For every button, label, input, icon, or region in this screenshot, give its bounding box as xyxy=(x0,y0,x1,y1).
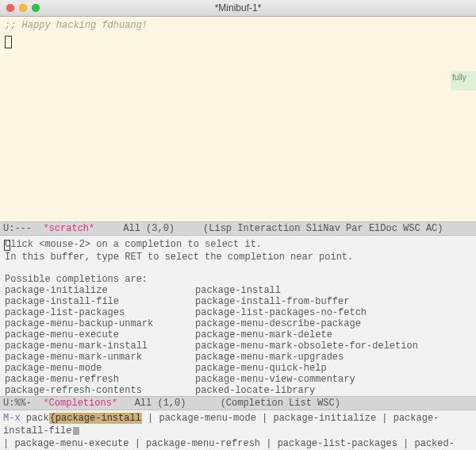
completion-item[interactable]: package-menu-describe-package xyxy=(195,318,471,329)
buffer-name: *scratch* xyxy=(43,223,94,234)
completion-item[interactable]: package-menu-view-commentary xyxy=(195,374,471,385)
minibuffer-selection[interactable]: {package-install xyxy=(49,413,142,424)
mx-prompt: M-x xyxy=(3,413,26,424)
completion-item[interactable]: package-menu-mark-install xyxy=(5,340,187,352)
completions-grid: package-initialize package-install packa… xyxy=(5,285,471,396)
buffer-name: *Completions* xyxy=(43,398,117,409)
completion-item[interactable]: package-menu-mark-unmark xyxy=(5,352,187,363)
modeline-pos: All (3,0) xyxy=(94,223,203,234)
completion-item[interactable]: package-menu-mark-obsolete-for-deletion xyxy=(195,340,471,352)
cursor-icon xyxy=(5,36,12,48)
completion-item[interactable]: package-menu-execute xyxy=(5,329,187,340)
modeline-pos: All (1,0) xyxy=(117,398,221,409)
modeline-completions[interactable]: U:%%- *Completions* All (1,0) (Completio… xyxy=(0,396,476,410)
instruction-2: In this buffer, type RET to select the c… xyxy=(5,252,471,263)
window-controls xyxy=(0,4,40,12)
point-icon xyxy=(5,240,10,250)
modeline-modes: (Completion List WSC) xyxy=(221,398,340,409)
completion-item[interactable]: package-menu-mark-delete xyxy=(195,329,471,340)
completion-item[interactable]: package-menu-refresh xyxy=(5,374,187,385)
completions-buffer[interactable]: Click <mouse-2> on a completion to selec… xyxy=(0,236,476,396)
completion-item[interactable]: packed-locate-library xyxy=(195,385,471,396)
scratch-buffer[interactable]: ;; Happy hacking fdhuang! xyxy=(0,17,476,221)
completion-item[interactable]: package-menu-backup-unmark xyxy=(5,318,187,329)
completion-item[interactable]: package-initialize xyxy=(5,285,187,296)
completions-heading: Possible completions are: xyxy=(5,274,471,285)
completion-item[interactable]: package-list-packages-no-fetch xyxy=(195,307,471,318)
completion-item[interactable]: package-list-packages xyxy=(5,307,187,318)
minimize-icon[interactable] xyxy=(19,4,27,12)
completion-item[interactable]: package-menu-mode xyxy=(5,363,187,374)
titlebar: *Minibuf-1* xyxy=(0,0,476,17)
completion-item[interactable]: package-refresh-contents xyxy=(5,385,187,396)
modeline-scratch[interactable]: U:--- *scratch* All (3,0) (Lisp Interact… xyxy=(0,221,476,236)
modeline-prefix: U:--- xyxy=(3,223,43,234)
completion-item[interactable]: package-install-file xyxy=(5,296,187,307)
completion-item[interactable]: package-menu-mark-upgrades xyxy=(195,352,471,363)
zoom-icon[interactable] xyxy=(32,4,40,12)
modeline-prefix: U:%%- xyxy=(3,398,43,409)
completion-item[interactable]: package-install xyxy=(195,285,471,296)
minibuffer-input[interactable]: pack xyxy=(26,413,49,424)
completion-item[interactable]: package-menu-quick-help xyxy=(195,363,471,374)
close-icon[interactable] xyxy=(6,4,14,12)
instruction-1: Click <mouse-2> on a completion to selec… xyxy=(5,239,471,250)
background-window-fragment: fully xyxy=(451,71,476,90)
scroll-right-icon[interactable] xyxy=(73,427,79,435)
completion-item[interactable]: package-install-from-buffer xyxy=(195,296,471,307)
scratch-comment: ;; Happy hacking fdhuang! xyxy=(5,20,471,31)
modeline-modes: (Lisp Interaction SliNav Par ElDoc WSC A… xyxy=(203,223,443,234)
minibuffer-candidates: | package-menu-execute | package-menu-re… xyxy=(3,438,455,450)
minibuffer[interactable]: M-x pack{package-install | package-menu-… xyxy=(0,410,476,450)
window-title: *Minibuf-1* xyxy=(0,2,476,13)
